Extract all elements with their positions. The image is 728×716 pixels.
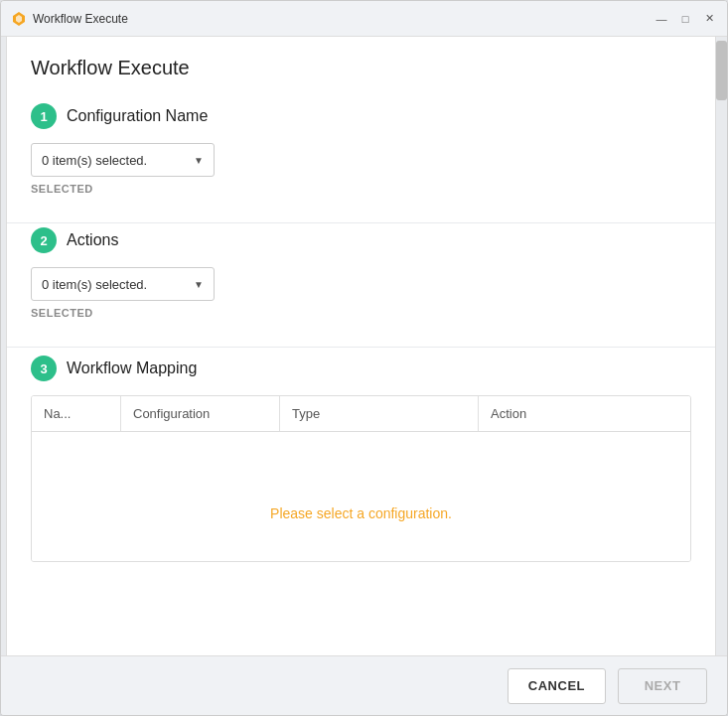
minimize-button[interactable]: — — [654, 11, 669, 27]
col-type: Type — [280, 396, 479, 431]
title-bar: Workflow Execute — □ ✕ — [1, 1, 727, 37]
main-content: Workflow Execute 1 Configuration Name 0 … — [7, 37, 715, 655]
step-1-title: Configuration Name — [67, 107, 208, 125]
table-header: Na... Configuration Type Action — [32, 396, 690, 432]
step-3-badge: 3 — [31, 356, 57, 381]
actions-dropdown-arrow: ▼ — [194, 279, 204, 290]
app-icon — [11, 11, 27, 27]
title-bar-label: Workflow Execute — [33, 12, 654, 26]
scrollbar[interactable] — [715, 37, 727, 655]
configuration-dropdown-arrow: ▼ — [194, 155, 204, 166]
page-title: Workflow Execute — [31, 57, 691, 79]
col-name: Na... — [32, 396, 121, 431]
divider-2 — [7, 347, 715, 348]
step-2-selected-label: SELECTED — [31, 307, 691, 319]
step-2-badge: 2 — [31, 227, 57, 253]
step-3-title: Workflow Mapping — [67, 359, 197, 377]
scrollbar-thumb[interactable] — [716, 41, 727, 100]
table-empty-message: Please select a configuration. — [270, 486, 452, 541]
step-1-header: 1 Configuration Name — [31, 103, 691, 129]
step-3-header: 3 Workflow Mapping — [31, 356, 691, 381]
cancel-button[interactable]: CANCEL — [508, 668, 606, 704]
step-1-selected-label: SELECTED — [31, 183, 691, 195]
step-2-header: 2 Actions — [31, 227, 691, 253]
step-3-section: 3 Workflow Mapping Na... Configuration T… — [31, 356, 691, 562]
step-2-section: 2 Actions 0 item(s) selected. ▼ SELECTED — [31, 227, 691, 319]
workflow-table: Na... Configuration Type Action Please s… — [31, 395, 691, 562]
window-controls: — □ ✕ — [654, 11, 717, 27]
step-2-title: Actions — [67, 231, 118, 249]
configuration-dropdown-value: 0 item(s) selected. — [42, 153, 194, 168]
col-action: Action — [479, 396, 690, 431]
divider-1 — [7, 222, 715, 223]
workflow-execute-window: Workflow Execute — □ ✕ Workflow Execute … — [0, 0, 728, 716]
step-1-section: 1 Configuration Name 0 item(s) selected.… — [31, 103, 691, 195]
footer: CANCEL NEXT — [1, 655, 727, 715]
table-body: Please select a configuration. — [32, 432, 690, 561]
col-configuration: Configuration — [121, 396, 280, 431]
step-1-badge: 1 — [31, 103, 57, 129]
maximize-button[interactable]: □ — [677, 11, 693, 27]
configuration-dropdown[interactable]: 0 item(s) selected. ▼ — [31, 143, 215, 177]
actions-dropdown[interactable]: 0 item(s) selected. ▼ — [31, 267, 215, 301]
close-button[interactable]: ✕ — [701, 11, 717, 27]
next-button[interactable]: NEXT — [618, 668, 707, 704]
actions-dropdown-value: 0 item(s) selected. — [42, 277, 194, 292]
content-area: Workflow Execute 1 Configuration Name 0 … — [1, 37, 727, 655]
